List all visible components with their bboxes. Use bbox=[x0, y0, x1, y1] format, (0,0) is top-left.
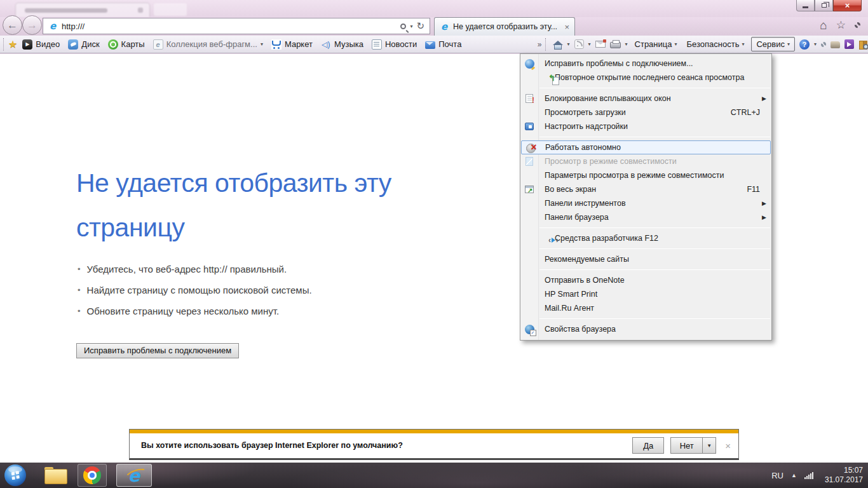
favorites-star-icon[interactable]: ☆ bbox=[836, 20, 846, 30]
internet-options-icon bbox=[525, 325, 534, 334]
back-button[interactable]: ← bbox=[3, 15, 22, 35]
menu-item-work-offline[interactable]: Работать автономно bbox=[521, 140, 771, 154]
submenu-arrow-icon: ▶ bbox=[762, 200, 766, 207]
favorite-news[interactable]: Новости bbox=[372, 39, 417, 50]
menu-item-popup-blocker[interactable]: Блокирование всплывающих окон ▶ bbox=[520, 92, 771, 105]
menu-item-fix-connection[interactable]: Исправить проблемы с подключением... bbox=[520, 57, 771, 71]
desktop: × ← → e http:/// ▾ ↻ e Не удается отобра… bbox=[0, 0, 868, 488]
market-cart-icon bbox=[271, 39, 281, 50]
research-books-icon[interactable] bbox=[858, 39, 868, 49]
disk-icon bbox=[68, 39, 78, 50]
mail-envelope-icon bbox=[425, 41, 435, 49]
background-window-title bbox=[25, 8, 107, 13]
favorite-music[interactable]: ◁) Музыка bbox=[321, 39, 363, 50]
reopen-session-icon bbox=[548, 74, 559, 85]
browser-tab[interactable]: e Не удается отобразить эту... × bbox=[434, 17, 575, 36]
minimize-button[interactable] bbox=[796, 0, 815, 11]
help-dropdown-icon[interactable]: ▾ bbox=[814, 41, 817, 47]
command-bar-grip[interactable] bbox=[545, 38, 547, 51]
web-slice-dropdown-icon[interactable]: ▾ bbox=[261, 41, 263, 47]
menu-item-hp-smart-print[interactable]: HP Smart Print bbox=[520, 287, 771, 301]
search-icon[interactable] bbox=[400, 24, 406, 29]
tab-close-icon[interactable]: × bbox=[564, 22, 569, 32]
hp-smart-print-icon[interactable] bbox=[831, 41, 840, 48]
menu-item-mailru-agent[interactable]: Mail.Ru Агент bbox=[520, 301, 771, 315]
favorites-overflow-chevron[interactable]: » bbox=[538, 40, 542, 49]
refresh-icon[interactable]: ↻ bbox=[416, 20, 424, 32]
toolbar-grip[interactable] bbox=[3, 38, 5, 51]
tools-menu: Исправить проблемы с подключением... Пов… bbox=[520, 53, 772, 341]
network-signal-icon[interactable] bbox=[804, 471, 813, 479]
taskbar-clock[interactable]: 15:07 31.07.2017 bbox=[825, 466, 863, 485]
menu-item-dev-tools[interactable]: Средства разработчика F12 bbox=[520, 231, 771, 245]
add-favorite-icon[interactable]: ★ bbox=[8, 38, 17, 50]
home-dropdown-icon[interactable]: ▾ bbox=[567, 41, 570, 47]
menu-item-toolbars[interactable]: Панели инструментов ▶ bbox=[520, 196, 771, 210]
manage-addons-icon bbox=[525, 123, 534, 130]
print-icon[interactable] bbox=[610, 42, 621, 48]
security-menu-button[interactable]: Безопасность▾ bbox=[684, 37, 747, 51]
close-button[interactable]: × bbox=[833, 0, 862, 11]
menu-item-view-downloads[interactable]: Просмотреть загрузки CTRL+J bbox=[520, 105, 771, 119]
yes-button[interactable]: Да bbox=[632, 437, 664, 454]
work-offline-icon bbox=[526, 144, 536, 153]
shortcut-label: F11 bbox=[747, 185, 765, 194]
error-bullet: Найдите страницу с помощью поисковой сис… bbox=[87, 285, 312, 296]
tab-favicon: e bbox=[439, 22, 449, 32]
error-bullet-list: •Убедитесь, что веб-адрес http:// правил… bbox=[78, 264, 312, 327]
menu-item-fullscreen[interactable]: Во весь экран F11 bbox=[520, 182, 771, 196]
start-button[interactable] bbox=[4, 464, 26, 486]
feeds-dropdown-icon[interactable]: ▾ bbox=[588, 41, 591, 47]
address-url[interactable]: http:/// bbox=[62, 22, 400, 31]
menu-item-manage-addons[interactable]: Настроить надстройки bbox=[520, 119, 771, 133]
settings-gear-icon[interactable] bbox=[855, 22, 860, 28]
address-bar[interactable]: e http:/// ▾ ↻ bbox=[43, 18, 430, 34]
hidden-icons-arrow[interactable]: ▲ bbox=[791, 472, 797, 478]
ie-taskbar-button[interactable]: e bbox=[116, 464, 152, 487]
favorite-maps[interactable]: Карты bbox=[108, 39, 145, 50]
onenote-send-icon[interactable] bbox=[844, 39, 854, 49]
web-slice-icon bbox=[153, 39, 163, 50]
explorer-taskbar-icon[interactable] bbox=[44, 467, 67, 484]
dev-tools-icon bbox=[548, 235, 559, 245]
favorite-web-slices[interactable]: Коллекция веб-фрагм... ▾ bbox=[153, 39, 263, 50]
read-mail-icon[interactable] bbox=[595, 41, 606, 48]
home-icon[interactable]: ⌂ bbox=[820, 19, 827, 31]
video-icon: ▶ bbox=[22, 39, 32, 50]
page-menu-button[interactable]: Страница▾ bbox=[632, 37, 680, 51]
menu-item-compatibility-settings[interactable]: Параметры просмотра в режиме совместимос… bbox=[520, 168, 771, 182]
fullscreen-icon bbox=[525, 186, 534, 193]
favorite-mail[interactable]: Почта bbox=[425, 39, 461, 49]
window-controls: × bbox=[796, 0, 862, 11]
menu-item-send-to-onenote[interactable]: Отправить в OneNote bbox=[520, 273, 771, 287]
compatibility-view-icon bbox=[526, 157, 533, 166]
favorite-video[interactable]: ▶ Видео bbox=[22, 39, 60, 50]
no-dropdown-icon[interactable]: ▼ bbox=[702, 437, 716, 454]
fix-connection-button[interactable]: Исправить проблемы с подключением bbox=[76, 343, 239, 358]
help-icon[interactable]: ? bbox=[799, 39, 810, 50]
search-dropdown-icon[interactable]: ▾ bbox=[410, 24, 412, 29]
notification-message: Вы хотите использовать браузер Internet … bbox=[141, 441, 632, 450]
forward-button[interactable]: → bbox=[22, 15, 42, 35]
feeds-icon[interactable] bbox=[574, 39, 584, 49]
submenu-arrow-icon: ▶ bbox=[762, 95, 766, 102]
language-indicator[interactable]: RU bbox=[771, 471, 783, 480]
addon-gear-icon[interactable] bbox=[821, 42, 826, 47]
music-speaker-icon: ◁) bbox=[321, 39, 331, 50]
menu-separator bbox=[539, 318, 770, 319]
chrome-taskbar-button[interactable] bbox=[78, 464, 107, 487]
favorite-market[interactable]: Маркет bbox=[271, 39, 313, 50]
menu-item-internet-options[interactable]: Свойства браузера bbox=[520, 322, 771, 336]
clock-time: 15:07 bbox=[825, 466, 863, 475]
command-bar: ▾ ▾ ▾ Страница▾ Безопасность▾ Сервис▾ ? … bbox=[553, 37, 868, 51]
favorite-disk[interactable]: Диск bbox=[68, 39, 99, 50]
menu-item-explorer-bars[interactable]: Панели браузера ▶ bbox=[520, 210, 771, 224]
restore-button[interactable] bbox=[815, 0, 833, 11]
home-page-icon[interactable] bbox=[553, 41, 563, 50]
notification-close-icon[interactable]: × bbox=[725, 440, 731, 451]
no-button[interactable]: Нет bbox=[670, 437, 702, 454]
menu-item-reopen-last-session[interactable]: Повторное открытие последнего сеанса про… bbox=[520, 71, 771, 85]
print-dropdown-icon[interactable]: ▾ bbox=[625, 41, 628, 47]
menu-item-suggested-sites[interactable]: Рекомендуемые сайты bbox=[520, 252, 771, 266]
tools-menu-button[interactable]: Сервис▾ bbox=[751, 37, 795, 51]
